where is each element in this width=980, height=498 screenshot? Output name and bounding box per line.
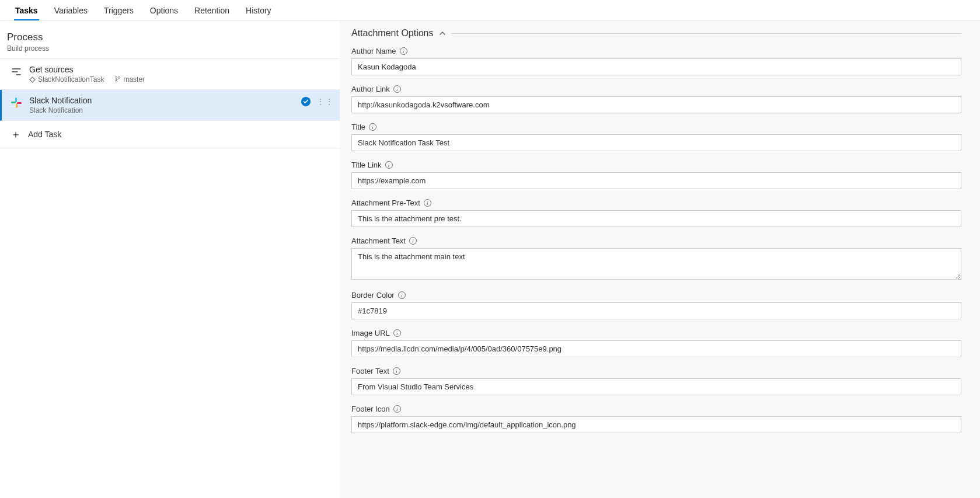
info-icon[interactable]: i [393,405,401,413]
label-text: Title [351,123,365,131]
svg-rect-3 [15,97,17,102]
repo-icon [29,76,36,83]
label-text: Attachment Text [351,236,406,245]
info-icon[interactable]: i [409,237,417,245]
tab-history[interactable]: History [238,1,280,20]
label-footer-icon: Footer Icon i [351,405,961,413]
input-pre-text[interactable] [351,210,961,227]
label-author-name: Author Name i [351,47,961,55]
add-task-button[interactable]: ＋ Add Task [0,121,340,148]
section-divider [451,33,961,34]
input-image-url[interactable] [351,340,961,357]
process-subtitle: Build process [7,44,333,53]
label-text: Attachment Pre-Text [351,198,420,207]
slack-title: Slack Notification [29,96,295,105]
input-footer-text[interactable] [351,378,961,395]
input-title[interactable] [351,134,961,151]
row-body: Get sources SlackNotificationTask master [29,65,334,83]
tab-tasks[interactable]: Tasks [7,1,46,20]
input-footer-icon[interactable] [351,416,961,433]
section-title: Attachment Options [351,28,434,39]
label-pre-text: Attachment Pre-Text i [351,198,961,207]
right-pane: Attachment Options Author Name i Author … [340,21,980,498]
input-attachment-text[interactable] [351,248,961,280]
get-sources-title: Get sources [29,65,334,74]
branch-indicator: master [114,75,145,83]
status-complete-icon [301,97,311,106]
info-icon[interactable]: i [385,161,393,169]
section-attachment-options[interactable]: Attachment Options [351,28,961,39]
tab-retention[interactable]: Retention [186,1,238,20]
process-title: Process [7,32,333,43]
svg-rect-4 [11,102,16,103]
slack-subtitle: Slack Notification [29,106,295,114]
label-text: Image URL [351,329,390,337]
plus-icon: ＋ [11,129,21,140]
add-task-label: Add Task [28,130,61,139]
info-icon[interactable]: i [393,329,401,337]
label-text: Border Color [351,291,395,300]
repo-name: SlackNotificationTask [38,75,104,83]
info-icon[interactable]: i [393,367,400,375]
tab-variables[interactable]: Variables [46,1,96,20]
info-icon[interactable]: i [393,85,401,93]
process-header[interactable]: Process Build process [0,21,340,59]
drag-handle-icon[interactable]: ⋮⋮ [316,99,334,104]
label-text: Author Link [351,85,390,93]
info-icon[interactable]: i [424,199,431,207]
filter-icon [11,66,22,78]
input-author-name[interactable] [351,58,961,75]
branch-icon [114,76,121,83]
tab-triggers[interactable]: Triggers [96,1,142,20]
input-border-color[interactable] [351,302,961,319]
label-text: Footer Icon [351,405,390,413]
row-get-sources[interactable]: Get sources SlackNotificationTask master [0,59,340,90]
input-title-link[interactable] [351,172,961,189]
input-author-link[interactable] [351,96,961,113]
repo-indicator: SlackNotificationTask [29,75,104,83]
chevron-up-icon [438,29,447,37]
svg-point-1 [118,76,120,78]
label-author-link: Author Link i [351,85,961,93]
label-text: Author Name [351,47,396,55]
label-text: Title Link [351,161,382,169]
tab-options[interactable]: Options [142,1,186,20]
svg-point-2 [116,81,117,82]
label-attachment-text: Attachment Text i [351,236,961,245]
left-pane: Process Build process Get sources SlackN… [0,21,340,498]
label-border-color: Border Color i [351,291,961,300]
label-image-url: Image URL i [351,329,961,337]
info-icon[interactable]: i [398,291,406,299]
svg-rect-6 [17,102,22,104]
svg-rect-5 [16,103,18,108]
row-slack-notification[interactable]: Slack Notification Slack Notification ⋮⋮ [0,90,340,121]
slack-icon [11,97,22,109]
label-title: Title i [351,123,961,131]
label-footer-text: Footer Text i [351,367,961,375]
label-text: Footer Text [351,367,389,375]
info-icon[interactable]: i [400,47,407,55]
branch-name: master [123,75,145,83]
info-icon[interactable]: i [369,123,376,131]
svg-point-0 [116,76,117,78]
top-tab-bar: Tasks Variables Triggers Options Retenti… [0,0,980,21]
row-body: Slack Notification Slack Notification [29,96,295,114]
label-title-link: Title Link i [351,161,961,169]
